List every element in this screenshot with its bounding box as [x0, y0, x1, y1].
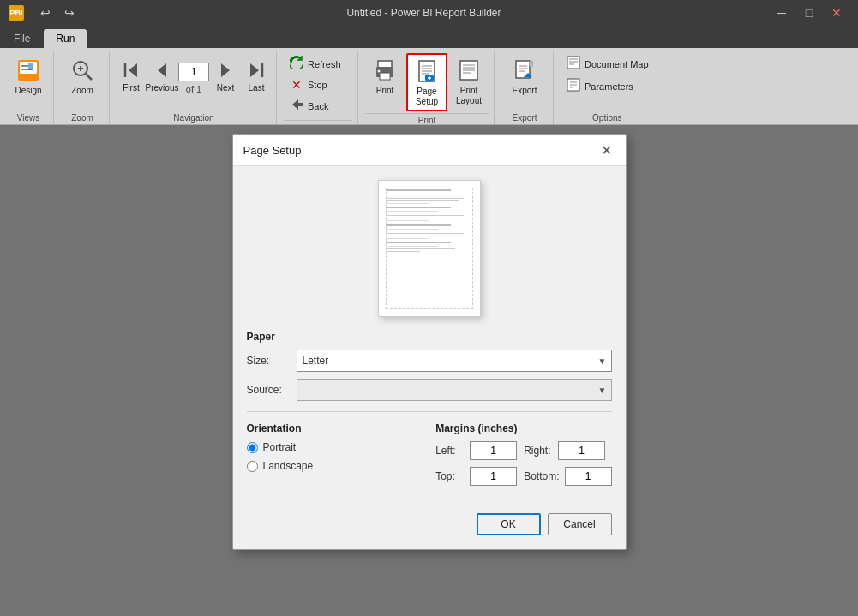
- size-select[interactable]: Letter A4 Legal Executive A3: [297, 350, 612, 372]
- export-group-label: Export: [501, 111, 548, 124]
- svg-rect-2: [21, 65, 28, 67]
- dialog-close-button[interactable]: ✕: [598, 141, 615, 158]
- export-button[interactable]: Export: [501, 53, 548, 99]
- cancel-button[interactable]: Cancel: [548, 513, 612, 535]
- svg-marker-15: [292, 99, 298, 110]
- landscape-label[interactable]: Landscape: [263, 460, 314, 472]
- first-button[interactable]: First: [117, 55, 146, 98]
- margins-rows: Left: Top:: [435, 441, 611, 493]
- print-layout-label: PrintLayout: [456, 86, 482, 106]
- minimize-button[interactable]: ─: [769, 3, 795, 22]
- source-select[interactable]: [297, 379, 612, 401]
- document-map-icon: [566, 56, 581, 72]
- svg-rect-4: [28, 63, 33, 70]
- thumb-line: [386, 248, 456, 249]
- svg-marker-11: [158, 63, 166, 77]
- thumb-line: [386, 200, 460, 201]
- thumb-line: [386, 238, 429, 239]
- ribbon-group-refresh: Refresh ✕ Stop Back: [279, 51, 358, 124]
- landscape-radio[interactable]: [247, 461, 258, 472]
- page-thumbnail: [378, 180, 481, 317]
- svg-rect-41: [567, 57, 579, 69]
- ribbon-tabs: File Run: [0, 26, 858, 48]
- left-input[interactable]: [470, 441, 517, 460]
- last-label: Last: [249, 83, 265, 93]
- next-button[interactable]: Next: [211, 55, 240, 98]
- svg-rect-19: [380, 73, 390, 80]
- source-label: Source:: [247, 384, 290, 396]
- nav-controls: First Previous of 1: [117, 53, 271, 98]
- title-controls: ↩ ↪: [36, 3, 79, 22]
- page-input[interactable]: [178, 63, 209, 81]
- print-icon: [371, 57, 399, 84]
- portrait-label[interactable]: Portrait: [263, 441, 297, 453]
- title-bar: PBI ↩ ↪ Untitled - Power BI Report Build…: [0, 0, 858, 26]
- parameters-icon: [566, 78, 581, 94]
- redo-button[interactable]: ↪: [60, 3, 79, 22]
- zoom-button[interactable]: Zoom: [61, 53, 104, 99]
- page-thumb-wrapper: [378, 180, 481, 317]
- print-button[interactable]: Print: [365, 53, 405, 99]
- portrait-row: Portrait: [247, 441, 419, 453]
- document-map-button[interactable]: Document Map: [561, 53, 654, 75]
- ribbon-group-print: Print PageSetup PrintLayout Print: [360, 51, 495, 124]
- ok-button[interactable]: OK: [477, 513, 541, 535]
- thumb-line: [386, 194, 438, 194]
- margin-left-row: Left:: [435, 441, 517, 460]
- margins-title: Margins (inches): [435, 422, 611, 434]
- page-setup-label: PageSetup: [416, 87, 438, 107]
- svg-line-6: [86, 74, 92, 80]
- thumb-line: [386, 189, 452, 191]
- divider: [247, 411, 612, 412]
- bottom-input[interactable]: [565, 467, 612, 486]
- parameters-button[interactable]: Parameters: [561, 75, 654, 97]
- paper-source-row: Source: ▼: [247, 379, 612, 401]
- navigation-group-label: Navigation: [117, 111, 271, 124]
- margin-top-row: Top:: [435, 467, 517, 486]
- thumb-line: [386, 229, 438, 230]
- print-layout-icon: [455, 57, 483, 84]
- content-area: Page Setup ✕: [0, 125, 858, 616]
- next-icon: [216, 61, 235, 81]
- refresh-button[interactable]: Refresh: [284, 53, 352, 75]
- bottom-label: Bottom:: [524, 470, 559, 482]
- right-label: Right:: [524, 445, 553, 457]
- portrait-radio[interactable]: [247, 442, 258, 453]
- parameters-label: Parameters: [585, 81, 633, 92]
- back-button[interactable]: Back: [284, 95, 352, 117]
- landscape-row: Landscape: [247, 460, 419, 472]
- ribbon-group-views: Design Views: [3, 51, 54, 124]
- thumb-lines: [379, 181, 480, 263]
- dialog-body: Paper Size: Letter A4 Legal Executive A3: [233, 166, 626, 506]
- window-title: Untitled - Power BI Report Builder: [87, 7, 760, 19]
- previous-icon: [153, 61, 171, 81]
- last-button[interactable]: Last: [242, 55, 271, 98]
- top-input[interactable]: [470, 467, 517, 486]
- back-icon: [289, 98, 304, 114]
- maximize-button[interactable]: □: [796, 3, 822, 22]
- tab-file[interactable]: File: [2, 29, 42, 48]
- print-layout-button[interactable]: PrintLayout: [449, 53, 489, 110]
- design-button[interactable]: Design: [9, 53, 48, 99]
- stop-button[interactable]: ✕ Stop: [284, 75, 352, 94]
- app-wrapper: PBI ↩ ↪ Untitled - Power BI Report Build…: [0, 0, 858, 616]
- thumb-line: [386, 215, 465, 216]
- thumb-line: [386, 218, 460, 218]
- print-label: Print: [376, 86, 394, 96]
- page-setup-icon: [413, 57, 441, 85]
- page-setup-button[interactable]: PageSetup: [406, 53, 447, 111]
- left-label: Left:: [435, 445, 465, 457]
- close-button[interactable]: ✕: [824, 3, 849, 22]
- refresh-icon: [289, 56, 304, 72]
- right-input[interactable]: [558, 441, 605, 460]
- svg-point-20: [378, 70, 381, 73]
- source-select-wrapper: ▼: [297, 379, 612, 401]
- thumb-line: [386, 220, 429, 221]
- ribbon-group-export: Export Export: [496, 51, 554, 124]
- tab-run[interactable]: Run: [44, 29, 87, 48]
- undo-button[interactable]: ↩: [36, 3, 55, 22]
- export-label: Export: [513, 86, 537, 96]
- paper-section-title: Paper: [247, 331, 612, 343]
- previous-button[interactable]: Previous: [147, 55, 177, 98]
- stop-label: Stop: [308, 80, 327, 90]
